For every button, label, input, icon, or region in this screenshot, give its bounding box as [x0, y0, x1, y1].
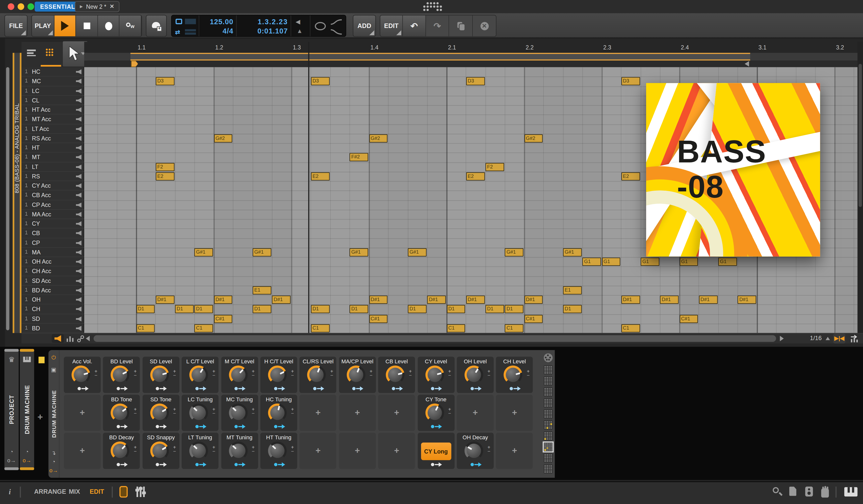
- midi-note[interactable]: D1: [486, 305, 504, 313]
- plusminus-icon[interactable]: +−: [330, 370, 333, 378]
- plusminus-icon[interactable]: +−: [134, 446, 137, 454]
- modulation-route-icon[interactable]: [233, 462, 245, 467]
- track-row[interactable]: 1 MC: [22, 77, 84, 86]
- midi-note[interactable]: D3: [156, 77, 174, 86]
- midi-note[interactable]: C1: [311, 324, 329, 332]
- track-row[interactable]: 1 HT: [22, 143, 84, 153]
- delete-button[interactable]: ✕: [473, 15, 496, 37]
- track-row[interactable]: 1 SD: [22, 314, 84, 324]
- audition-button[interactable]: [52, 334, 64, 343]
- device-modulation-icon[interactable]: o→: [49, 467, 58, 473]
- plusminus-icon[interactable]: +−: [134, 370, 137, 378]
- knob[interactable]: [111, 404, 130, 422]
- toggle-button[interactable]: CY Long: [421, 442, 451, 460]
- track-row[interactable]: 1 OH Acc: [22, 257, 84, 267]
- track-audition-icon[interactable]: [76, 326, 82, 331]
- automation-write-icon[interactable]: [330, 29, 342, 35]
- loop-end-marker[interactable]: [745, 61, 749, 67]
- overdub-button[interactable]: w: [120, 15, 141, 37]
- track-row[interactable]: 1 MA Acc: [22, 210, 84, 219]
- monitor-speaker-icon[interactable]: [805, 487, 813, 496]
- midi-note[interactable]: C#1: [369, 315, 388, 323]
- track-row[interactable]: 1 CL: [22, 96, 84, 105]
- empty-knob-slot[interactable]: +: [64, 432, 101, 469]
- play-menu-button[interactable]: PLAY: [32, 15, 54, 37]
- midi-note[interactable]: G#2: [369, 134, 388, 142]
- modulation-route-icon[interactable]: [390, 386, 402, 391]
- midi-note[interactable]: D1: [447, 305, 465, 313]
- knob[interactable]: [425, 404, 444, 422]
- track-row[interactable]: 1 CP Acc: [22, 200, 84, 210]
- track-audition-icon[interactable]: [76, 278, 82, 284]
- track-row[interactable]: 1 RS Acc: [22, 134, 84, 143]
- track-color-chip[interactable]: [38, 356, 45, 363]
- plusminus-icon[interactable]: +−: [487, 370, 490, 378]
- maximize-window-button[interactable]: [27, 3, 34, 10]
- midi-note[interactable]: E1: [253, 286, 271, 294]
- knob[interactable]: [150, 442, 169, 460]
- midi-note[interactable]: D1: [563, 305, 581, 313]
- mixer-panel-toggle-icon[interactable]: [135, 487, 146, 497]
- redo-button[interactable]: ↷: [426, 15, 449, 37]
- file-browser-icon[interactable]: [789, 487, 797, 496]
- modulation-route-icon[interactable]: [115, 424, 127, 429]
- close-window-button[interactable]: [8, 3, 14, 10]
- modulation-route-icon[interactable]: [155, 386, 167, 391]
- modulation-route-icon[interactable]: [509, 386, 521, 391]
- midi-note[interactable]: D1: [350, 305, 368, 313]
- track-row[interactable]: 1 BD Acc: [22, 286, 84, 295]
- track-row[interactable]: 1 MA: [22, 248, 84, 257]
- midi-note[interactable]: D#1: [466, 295, 485, 304]
- expression-page-icon[interactable]: [544, 454, 552, 462]
- view-tab-mix[interactable]: MIX: [69, 488, 80, 495]
- tempo-section[interactable]: 125.00 4/4: [199, 15, 237, 37]
- midi-note[interactable]: G#2: [214, 134, 233, 142]
- track-audition-icon[interactable]: [76, 307, 82, 312]
- playstart-marker[interactable]: [131, 61, 138, 67]
- midi-note[interactable]: D#1: [156, 295, 174, 304]
- expression-page-icon[interactable]: [544, 377, 552, 385]
- modulation-route-icon[interactable]: [155, 424, 167, 429]
- midi-din-icon[interactable]: [544, 353, 552, 362]
- record-button[interactable]: [98, 15, 120, 37]
- link-icon[interactable]: [77, 335, 84, 343]
- track-audition-icon[interactable]: [76, 174, 82, 179]
- modulation-route-icon[interactable]: [233, 386, 245, 391]
- list-view-icon[interactable]: [27, 49, 36, 56]
- midi-note[interactable]: D1: [195, 305, 213, 313]
- add-device-before-icon[interactable]: +: [37, 412, 43, 423]
- clip-tab[interactable]: 808 (BASS-08) - ANALOG TRIBAL: [13, 53, 22, 333]
- song-time-value[interactable]: 0:01.107: [257, 27, 288, 35]
- midi-note[interactable]: C1: [505, 324, 523, 332]
- midi-note[interactable]: D#1: [272, 295, 291, 304]
- snap-value[interactable]: 1/16: [810, 335, 822, 341]
- clip-loop-region[interactable]: [130, 53, 750, 61]
- midi-note[interactable]: D1: [505, 305, 523, 313]
- empty-knob-slot[interactable]: +: [457, 394, 494, 431]
- empty-knob-slot[interactable]: +: [64, 394, 101, 431]
- modulation-route-icon[interactable]: [273, 462, 285, 467]
- track-audition-icon[interactable]: [76, 136, 82, 141]
- track-row[interactable]: 1 LT: [22, 162, 84, 172]
- plusminus-icon[interactable]: +−: [409, 370, 412, 378]
- knob[interactable]: [268, 404, 287, 422]
- midi-note[interactable]: G#1: [253, 248, 271, 256]
- view-tab-arrange[interactable]: ARRANGE: [34, 488, 66, 495]
- knob[interactable]: [268, 442, 287, 460]
- track-row[interactable]: 1 HT Acc: [22, 105, 84, 115]
- grid-view-icon[interactable]: [46, 49, 54, 57]
- midi-note[interactable]: D#1: [524, 295, 543, 304]
- knob[interactable]: [425, 366, 444, 384]
- plusminus-icon[interactable]: +−: [291, 370, 294, 378]
- device-panel-toggle-icon[interactable]: [120, 486, 128, 497]
- track-audition-icon[interactable]: [76, 250, 82, 255]
- knob[interactable]: [150, 404, 169, 422]
- track-row[interactable]: 1 HC: [22, 67, 84, 77]
- knob[interactable]: [229, 442, 247, 460]
- track-row[interactable]: 1 LT Acc: [22, 124, 84, 134]
- track-audition-icon[interactable]: [76, 231, 82, 236]
- track-row[interactable]: 1 CY Acc: [22, 181, 84, 191]
- track-audition-icon[interactable]: [76, 269, 82, 274]
- track-audition-icon[interactable]: [76, 155, 82, 160]
- modulation-route-icon[interactable]: [155, 462, 167, 467]
